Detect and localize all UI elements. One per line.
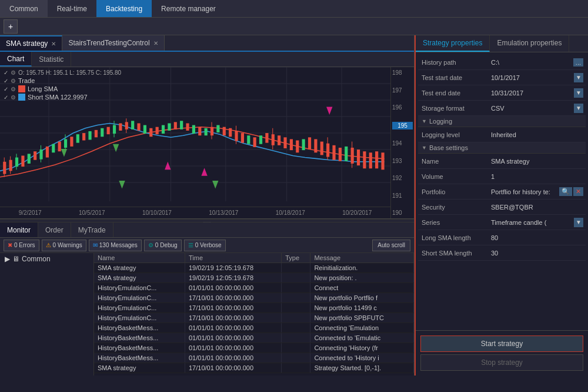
tab-strategy-properties[interactable]: Strategy properties [416, 35, 490, 52]
tab-stairs-label: StairsTrendTestingControl [68, 39, 149, 47]
chart-tabs: Chart Statistic [0, 52, 414, 67]
logging-section-header[interactable]: ▼ Logging [418, 116, 586, 127]
svg-rect-72 [296, 141, 299, 153]
log-cell-name: HistoryEmulationC... [94, 303, 185, 313]
warnings-label: 0 Warnings [53, 242, 82, 248]
log-table-row: HistoryEmulationC...17/10/01 00:00:00.00… [94, 303, 414, 313]
yaxis-192: 192 [392, 175, 413, 181]
svg-marker-90 [113, 144, 119, 152]
base-settings-section-label: Base settings [429, 144, 468, 151]
tab-sma-strategy[interactable]: SMA strategy ✕ [0, 35, 62, 51]
chart-legend: ✓ ⚙ O: 195.75 H: 195.1 L: 195.75 C: 195.… [4, 69, 121, 102]
log-table-row: SMA strategy17/10/01 00:00:00.000Strateg… [94, 363, 414, 373]
auto-scroll-button[interactable]: Auto scroll [372, 240, 410, 251]
prop-volume: Volume 1 [418, 169, 586, 184]
add-button[interactable]: + [4, 19, 18, 34]
svg-rect-22 [34, 151, 36, 160]
svg-rect-57 [216, 125, 219, 132]
debug-button[interactable]: ⚙ 0 Debug [144, 240, 182, 251]
portfolio-search-btn[interactable]: 🔍 [559, 187, 572, 196]
base-settings-section-header[interactable]: ▼ Base settings [418, 142, 586, 154]
tab-order[interactable]: Order [38, 222, 71, 237]
bottom-toolbar: ✖ 0 Errors ⚠ 0 Warnings ✉ 130 Messages ⚙… [0, 238, 414, 253]
yaxis-193: 193 [392, 158, 413, 164]
messages-button[interactable]: ✉ 130 Messages [89, 240, 142, 251]
history-path-browse[interactable]: ... [573, 58, 583, 67]
svg-rect-25 [46, 147, 49, 158]
svg-rect-20 [21, 155, 24, 167]
log-cell-time: 19/02/19 12:05:19.678 [185, 273, 282, 283]
verbose-button[interactable]: ☰ 0 Verbose [184, 240, 226, 251]
svg-rect-51 [186, 123, 189, 130]
svg-rect-88 [381, 152, 384, 170]
test-end-dropdown[interactable]: ▼ [574, 88, 583, 98]
xaxis-date-6: 10/20/2017 [342, 210, 372, 216]
menu-item-remote[interactable]: Remote manager [152, 0, 225, 17]
legend-gear-trade: ⚙ [11, 78, 16, 84]
svg-rect-43 [137, 123, 140, 130]
legend-shortsma-color [18, 94, 25, 101]
legend-gear-ohlc: ⚙ [11, 69, 16, 76]
log-cell-type [282, 333, 310, 343]
legend-check-ohlc: ✓ [4, 69, 8, 76]
tab-sma-close[interactable]: ✕ [51, 41, 56, 47]
svg-rect-85 [363, 151, 366, 168]
volume-label: Volume [418, 173, 489, 180]
test-end-label: Test end date [418, 89, 489, 97]
svg-rect-58 [223, 127, 226, 136]
storage-format-dropdown[interactable]: ▼ [574, 104, 583, 113]
prop-series: Series Timeframe candle ( ▼ [418, 215, 586, 230]
svg-rect-45 [149, 128, 152, 137]
svg-rect-62 [241, 133, 244, 143]
svg-rect-27 [58, 142, 61, 152]
yaxis-196: 196 [392, 104, 413, 111]
svg-rect-76 [320, 142, 323, 155]
tab-chart[interactable]: Chart [0, 52, 32, 67]
tab-stairs-close[interactable]: ✕ [153, 40, 158, 46]
errors-button[interactable]: ✖ 0 Errors [4, 240, 39, 251]
col-name: Name [94, 253, 185, 263]
tab-statistic[interactable]: Statistic [32, 52, 71, 67]
monitor-icon: 🖥 [12, 255, 19, 263]
start-strategy-button[interactable]: Start strategy [420, 335, 583, 352]
log-cell-name: HistoryEmulationC... [94, 283, 185, 293]
log-cell-message: Strategy Started. [0,-1]. [310, 363, 414, 373]
history-path-value: C:\ ... [489, 58, 586, 67]
sidebar-item-common[interactable]: ▶ 🖥 Common [0, 253, 93, 265]
log-cell-message: Reinitialization. [310, 263, 414, 273]
yaxis-191: 191 [392, 192, 413, 199]
xaxis-date-3: 10/10/2017 [142, 210, 172, 216]
tab-mytrade[interactable]: MyTrade [71, 222, 113, 237]
debug-label: 0 Debug [155, 242, 178, 248]
series-dropdown[interactable]: ▼ [574, 218, 583, 227]
menu-item-backtesting[interactable]: Backtesting [96, 0, 152, 17]
tab-monitor[interactable]: Monitor [0, 222, 38, 237]
svg-rect-52 [192, 125, 195, 134]
svg-rect-79 [332, 145, 335, 160]
svg-rect-84 [357, 150, 360, 165]
security-value: SBER@TQBR [489, 204, 586, 211]
debug-icon: ⚙ [148, 242, 153, 248]
tab-stairs[interactable]: StairsTrendTestingControl ✕ [62, 35, 164, 51]
menu-item-common[interactable]: Common [0, 0, 48, 17]
arrow-right-icon: ▶ [5, 255, 10, 263]
prop-history-path: History path C:\ ... [418, 55, 586, 70]
menu-item-realtime[interactable]: Real-time [48, 0, 96, 17]
col-type: Type [282, 253, 310, 263]
name-text: SMA strategy [491, 158, 529, 165]
test-end-text: 10/31/2017 [491, 89, 523, 97]
xaxis-date-5: 10/18/2017 [276, 210, 305, 216]
log-table-row: SMA strategy19/02/19 12:05:19.678Reiniti… [94, 263, 414, 273]
log-cell-name: HistoryEmulationC... [94, 293, 185, 303]
stop-strategy-button[interactable]: Stop strategy [420, 354, 583, 371]
short-sma-value: 30 [489, 250, 586, 257]
log-cell-type [282, 353, 310, 363]
legend-gear-longsma: ⚙ [11, 86, 16, 92]
warnings-button[interactable]: ⚠ 0 Warnings [42, 240, 86, 251]
tab-emulation-properties[interactable]: Emulation properties [490, 35, 569, 52]
test-start-dropdown[interactable]: ▼ [574, 73, 583, 82]
main-layout: SMA strategy ✕ StairsTrendTestingControl… [0, 35, 588, 376]
legend-longsma-label: Long SMA [28, 85, 58, 92]
prop-portfolio: Portfolio Portflio for history te: 🔍 ✕ [418, 184, 586, 200]
portfolio-clear-btn[interactable]: ✕ [573, 187, 583, 196]
